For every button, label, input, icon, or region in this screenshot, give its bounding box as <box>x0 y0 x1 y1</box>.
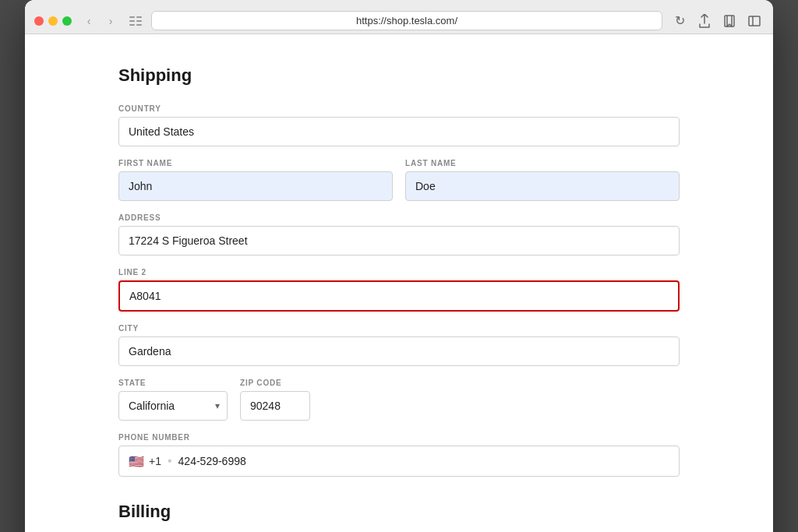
billing-section: Billing ✓ Billing address is the same as… <box>118 502 680 532</box>
back-button[interactable]: ‹ <box>79 12 98 30</box>
close-button[interactable] <box>34 16 44 26</box>
country-input[interactable] <box>118 117 680 146</box>
reload-button[interactable]: ↻ <box>670 12 689 30</box>
shipping-title: Shipping <box>118 65 680 86</box>
share-button[interactable] <box>695 12 714 30</box>
traffic-lights <box>34 16 72 26</box>
state-select[interactable]: California New York Texas Florida <box>118 391 228 421</box>
forward-button[interactable]: › <box>101 12 120 30</box>
phone-label: PHONE NUMBER <box>118 433 680 442</box>
zip-input[interactable] <box>240 391 310 421</box>
phone-separator: • <box>168 454 172 468</box>
phone-code: +1 <box>149 455 161 467</box>
zip-group: ZIP CODE <box>240 379 310 421</box>
city-input[interactable] <box>118 336 680 366</box>
phone-group: PHONE NUMBER 🇺🇸 +1 • <box>118 433 680 477</box>
state-select-wrapper: California New York Texas Florida <box>118 391 228 421</box>
address-input[interactable] <box>118 226 680 255</box>
address-label: ADDRESS <box>118 213 680 222</box>
browser-window: ‹ › ↻ Shipping COUNTRY <box>25 0 773 532</box>
last-name-input[interactable] <box>405 171 680 201</box>
state-group: STATE California New York Texas Florida <box>118 379 228 421</box>
svg-rect-1 <box>129 20 135 22</box>
phone-flag-icon: 🇺🇸 <box>129 454 144 469</box>
svg-rect-5 <box>136 24 142 26</box>
browser-actions: ↻ <box>670 12 764 30</box>
name-row: FIRST NAME LAST NAME <box>118 159 680 213</box>
line2-group: LINE 2 <box>118 268 680 312</box>
city-label: CITY <box>118 324 680 333</box>
svg-rect-4 <box>136 20 142 22</box>
last-name-label: LAST NAME <box>405 159 680 167</box>
page-content: Shipping COUNTRY FIRST NAME LAST NAME AD… <box>25 34 773 532</box>
zip-label: ZIP CODE <box>240 379 310 387</box>
first-name-input[interactable] <box>118 171 393 201</box>
minimize-button[interactable] <box>48 16 58 26</box>
add-bookmark-button[interactable] <box>720 12 739 30</box>
svg-rect-0 <box>129 16 135 18</box>
state-zip-row: STATE California New York Texas Florida … <box>118 379 680 433</box>
billing-title: Billing <box>118 502 680 522</box>
country-group: COUNTRY <box>118 104 680 146</box>
phone-number-input[interactable] <box>178 455 669 467</box>
reader-mode-button[interactable] <box>128 13 143 29</box>
fullscreen-button[interactable] <box>62 16 72 26</box>
city-group: CITY <box>118 324 680 366</box>
state-label: STATE <box>118 379 228 387</box>
svg-rect-7 <box>749 16 760 26</box>
line2-input[interactable] <box>118 280 680 312</box>
svg-rect-2 <box>129 24 135 26</box>
svg-rect-3 <box>136 16 142 18</box>
address-group: ADDRESS <box>118 213 680 255</box>
first-name-label: FIRST NAME <box>118 159 393 167</box>
sidebar-toggle-button[interactable] <box>745 12 764 30</box>
browser-chrome: ‹ › ↻ <box>25 0 773 34</box>
last-name-group: LAST NAME <box>405 159 680 201</box>
phone-input-wrapper[interactable]: 🇺🇸 +1 • <box>118 446 680 477</box>
country-label: COUNTRY <box>118 104 680 113</box>
url-bar[interactable] <box>151 11 662 30</box>
nav-buttons: ‹ › <box>79 12 120 30</box>
line2-label: LINE 2 <box>118 268 680 277</box>
first-name-group: FIRST NAME <box>118 159 393 201</box>
